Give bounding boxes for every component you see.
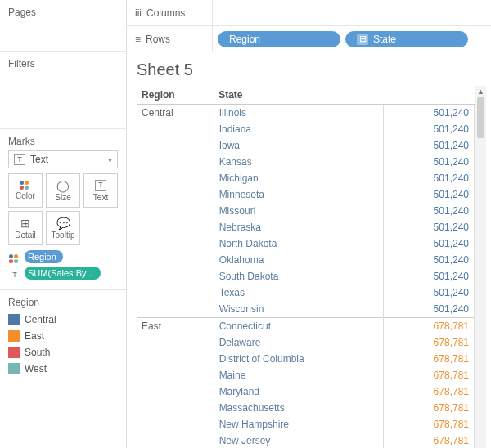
table-row[interactable]: Massachusetts678,781 (137, 400, 475, 416)
state-cell: Indiana (214, 121, 384, 137)
table-row[interactable]: Maine678,781 (137, 367, 475, 383)
rows-shelf[interactable]: ≡ Rows Region⊞State (127, 26, 491, 52)
filters-title: Filters (8, 58, 118, 69)
pill-sum-sales[interactable]: SUM(Sales By .. (25, 267, 101, 280)
value-cell: 501,240 (384, 301, 475, 318)
columns-shelf[interactable]: iii Columns (127, 0, 491, 26)
value-cell: 678,781 (384, 367, 475, 383)
legend-title: Region (8, 297, 118, 308)
state-cell: South Dakota (214, 268, 384, 284)
table-row[interactable]: New Jersey678,781 (137, 432, 475, 448)
text-icon: T (8, 268, 21, 281)
rows-icon: ≡ (135, 34, 141, 45)
marks-type-dropdown[interactable]: T Text ▾ (8, 150, 118, 168)
region-cell (137, 400, 214, 416)
table-row[interactable]: Iowa501,240 (137, 137, 475, 154)
table-row[interactable]: Missouri501,240 (137, 203, 475, 219)
legend-item[interactable]: South (8, 344, 118, 361)
scrollbar[interactable]: ▲ (475, 86, 486, 448)
value-cell: 501,240 (384, 252, 475, 268)
filters-dropzone[interactable] (8, 73, 118, 122)
data-table: Region State CentralIllinois501,240India… (137, 86, 475, 448)
state-cell: Oklahoma (214, 252, 384, 268)
region-cell (137, 268, 214, 284)
region-cell (137, 432, 214, 448)
table-row[interactable]: Maryland678,781 (137, 383, 475, 400)
color-icon (20, 181, 31, 190)
value-cell: 501,240 (384, 284, 475, 301)
state-cell: Massachusetts (214, 400, 384, 416)
state-cell: Maine (214, 367, 384, 383)
state-cell: Texas (214, 284, 384, 301)
color-icon (8, 252, 21, 265)
pill-region[interactable]: Region (25, 250, 63, 263)
table-row[interactable]: South Dakota501,240 (137, 268, 475, 284)
state-cell: District of Columbia (214, 351, 384, 367)
state-cell: Wisconsin (214, 301, 384, 318)
value-cell: 678,781 (384, 383, 475, 400)
value-cell: 501,240 (384, 170, 475, 186)
region-cell (137, 367, 214, 383)
color-button[interactable]: Color (8, 173, 43, 208)
swatch-icon (8, 363, 20, 374)
header-region[interactable]: Region (137, 86, 214, 105)
legend-item[interactable]: Central (8, 311, 118, 328)
pages-dropzone[interactable] (8, 21, 118, 44)
state-cell: Minnesota (214, 186, 384, 203)
table-row[interactable]: District of Columbia678,781 (137, 351, 475, 367)
legend-item[interactable]: West (8, 361, 118, 377)
value-cell: 678,781 (384, 416, 475, 432)
state-cell: New Hampshire (214, 416, 384, 432)
region-cell (137, 334, 214, 351)
left-sidebar: Pages Filters Marks T Text ▾ Color ◯ Siz… (0, 0, 127, 448)
size-button[interactable]: ◯ Size (46, 173, 80, 208)
table-row[interactable]: Kansas501,240 (137, 154, 475, 170)
table-row[interactable]: Indiana501,240 (137, 121, 475, 137)
value-cell: 501,240 (384, 235, 475, 252)
scroll-up-icon[interactable]: ▲ (475, 86, 486, 97)
swatch-icon (8, 347, 20, 358)
state-cell: Delaware (214, 334, 384, 351)
marks-title: Marks (8, 136, 118, 147)
state-cell: Nebraska (214, 219, 384, 235)
pages-title: Pages (8, 7, 118, 18)
table-row[interactable]: Nebraska501,240 (137, 219, 475, 235)
table-row[interactable]: CentralIllinois501,240 (137, 105, 475, 122)
tooltip-button[interactable]: 💬 Tooltip (46, 211, 80, 245)
state-cell: Illinois (214, 105, 384, 122)
state-cell: Missouri (214, 203, 384, 219)
scroll-thumb[interactable] (477, 97, 484, 138)
text-button[interactable]: T Text (83, 173, 118, 208)
table-row[interactable]: Michigan501,240 (137, 170, 475, 186)
header-state[interactable]: State (214, 86, 384, 105)
marks-panel: Marks T Text ▾ Color ◯ Size T Text (0, 129, 126, 290)
table-row[interactable]: New Hampshire678,781 (137, 416, 475, 432)
region-cell (137, 235, 214, 252)
table-row[interactable]: Delaware678,781 (137, 334, 475, 351)
shelf-pill[interactable]: Region (218, 31, 340, 47)
region-cell (137, 351, 214, 367)
region-cell (137, 186, 214, 203)
text-icon: T (14, 154, 25, 165)
state-cell: North Dakota (214, 235, 384, 252)
table-row[interactable]: Minnesota501,240 (137, 186, 475, 203)
rows-dropzone[interactable]: Region⊞State (213, 31, 491, 47)
table-row[interactable]: Oklahoma501,240 (137, 252, 475, 268)
swatch-icon (8, 330, 20, 342)
state-cell: Michigan (214, 170, 384, 186)
table-row[interactable]: EastConnecticut678,781 (137, 318, 475, 335)
table-row[interactable]: North Dakota501,240 (137, 235, 475, 252)
shelf-pill[interactable]: ⊞State (345, 31, 468, 47)
detail-button[interactable]: ⊞ Detail (8, 211, 43, 245)
detail-icon: ⊞ (20, 217, 30, 229)
table-row[interactable]: Texas501,240 (137, 284, 475, 301)
region-cell: East (137, 318, 214, 335)
legend-panel: Region CentralEastSouthWest (0, 290, 126, 383)
value-cell: 501,240 (384, 186, 475, 203)
table-row[interactable]: Wisconsin501,240 (137, 301, 475, 318)
plus-icon: ⊞ (357, 34, 368, 45)
value-cell: 501,240 (384, 105, 475, 122)
legend-item[interactable]: East (8, 328, 118, 344)
region-cell (137, 219, 214, 235)
value-cell: 678,781 (384, 351, 475, 367)
